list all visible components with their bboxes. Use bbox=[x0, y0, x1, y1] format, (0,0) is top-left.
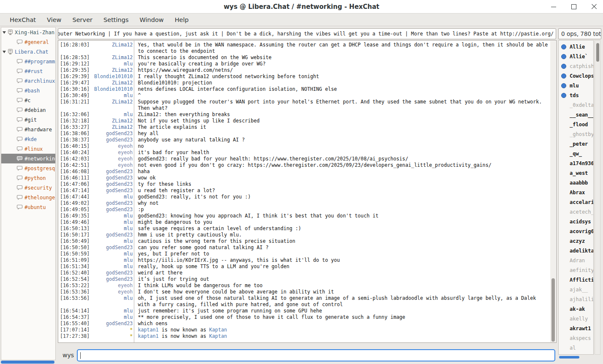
message-text: it’s just for trying out bbox=[138, 276, 549, 283]
nick: godSend23 bbox=[90, 321, 133, 327]
menu-server[interactable]: Server bbox=[67, 14, 98, 26]
message-text: godSend23: knowing how you approach AI, … bbox=[138, 213, 549, 219]
sidebar-item-ubuntu[interactable]: #ubuntu bbox=[1, 202, 55, 212]
sidebar-item-debian[interactable]: #debian bbox=[1, 105, 55, 115]
channel-tree: Xing-Hai-Zhan#generalLibera.Chat##progra… bbox=[1, 27, 56, 360]
sidebar-item-python[interactable]: #python bbox=[1, 173, 55, 183]
message-row: [16:52:54]godSend23it’s just for trying … bbox=[58, 276, 550, 283]
renamed-nick-old: kaptan1 bbox=[138, 333, 158, 339]
user-list-item[interactable]: a_west bbox=[559, 168, 593, 178]
user-list-item[interactable]: akelly bbox=[559, 314, 593, 323]
menu-hexchat[interactable]: HexChat bbox=[4, 14, 41, 26]
user-list-item[interactable]: akspecs bbox=[559, 333, 593, 343]
timestamp: [16:50:59] bbox=[58, 251, 90, 257]
expander-icon[interactable] bbox=[3, 51, 6, 53]
nick: godSend23 bbox=[90, 187, 133, 194]
sidebar-item-thelounge[interactable]: #thelounge bbox=[1, 193, 55, 202]
user-list-item[interactable]: akrawt1 bbox=[559, 323, 593, 333]
user-list-item[interactable]: _qw_ bbox=[559, 149, 593, 158]
sidebar-item-linux[interactable]: #linux bbox=[1, 144, 55, 154]
user-list-item[interactable]: __sean__ bbox=[559, 110, 593, 120]
timestamp: [16:50:50] bbox=[58, 244, 90, 251]
timestamp: [16:51:09] bbox=[58, 257, 90, 263]
nick: eyeoh bbox=[90, 149, 133, 156]
sidebar-item-security[interactable]: #security bbox=[1, 183, 55, 193]
server-icon bbox=[7, 29, 14, 35]
message-row: [16:29:47]ZLima12Blondie101010: projecti… bbox=[58, 80, 550, 86]
menu-window[interactable]: Window bbox=[134, 14, 169, 26]
sidebar-item-c[interactable]: #c bbox=[1, 95, 55, 105]
user-list-item[interactable]: acidsys bbox=[559, 217, 593, 226]
scroll-thumb[interactable] bbox=[551, 278, 555, 342]
message-row: [16:49:35]mlugodSend23: knowing how you … bbox=[58, 213, 550, 219]
user-list-item[interactable]: Allie` bbox=[559, 52, 593, 61]
menu-view[interactable]: View bbox=[41, 14, 67, 26]
user-list-item[interactable]: ajhalili2 bbox=[559, 294, 593, 304]
user-list-item[interactable]: Cowclops` bbox=[559, 71, 593, 81]
message-text: which oens bbox=[138, 321, 549, 327]
sidebar-item-rust[interactable]: ##rust bbox=[1, 66, 55, 76]
sidebar-item-postgresql[interactable]: #postgresql bbox=[1, 163, 55, 173]
user-list-item[interactable]: acovrig60 bbox=[559, 226, 593, 236]
userlist-horizontal-scrollbar[interactable] bbox=[558, 356, 594, 359]
scroll-thumb[interactable] bbox=[559, 356, 579, 359]
user-list-item[interactable]: tds bbox=[559, 90, 593, 100]
user-list-item[interactable]: _flood bbox=[559, 120, 593, 129]
sidebar-item-programming[interactable]: ##programming bbox=[1, 57, 55, 66]
user-list-item[interactable]: Adran bbox=[559, 255, 593, 265]
topic-text: outer Networking | If you have a questio… bbox=[58, 29, 554, 39]
sidebar-item-archlinux[interactable]: #archlinux bbox=[1, 76, 55, 86]
menu-help[interactable]: Help bbox=[169, 14, 194, 26]
nick: mlu bbox=[90, 263, 133, 270]
sidebar-item-git[interactable]: #git bbox=[1, 115, 55, 125]
channel-icon bbox=[16, 195, 23, 201]
sidebar-item-kde[interactable]: #kde bbox=[1, 134, 55, 144]
user-list-item[interactable]: _ghostbyt bbox=[559, 129, 593, 139]
message-input[interactable] bbox=[77, 349, 555, 361]
channel-icon bbox=[16, 175, 23, 181]
user-list-item[interactable]: Abrax bbox=[559, 187, 593, 197]
user-list-item[interactable]: _0xdelta bbox=[559, 100, 593, 110]
user-list-item[interactable]: aczyz bbox=[559, 236, 593, 246]
sidebar-item-hardware[interactable]: #hardware bbox=[1, 125, 55, 134]
userlist-vertical-scrollbar[interactable] bbox=[595, 40, 600, 355]
expander-icon[interactable] bbox=[3, 31, 6, 34]
user-list-item[interactable]: ajak__ bbox=[559, 285, 593, 294]
user-list-item[interactable]: _peter bbox=[559, 139, 593, 149]
scroll-thumb[interactable] bbox=[596, 43, 599, 62]
user-list-item[interactable]: mlu bbox=[559, 81, 593, 90]
user-list-item[interactable]: catphish bbox=[559, 61, 593, 71]
timestamp: [16:52:54] bbox=[58, 276, 90, 283]
message-text: I really thought ZLima12 understood netw… bbox=[138, 73, 549, 80]
timestamp: [16:30:16] bbox=[58, 86, 90, 92]
channel-icon bbox=[16, 117, 23, 123]
message-text: haha bbox=[138, 168, 549, 175]
chat-vertical-scrollbar[interactable] bbox=[550, 41, 556, 342]
close-button[interactable] bbox=[589, 1, 600, 12]
sidebar-server-libera.chat[interactable]: Libera.Chat bbox=[1, 47, 55, 57]
user-list-item[interactable]: accelario bbox=[559, 197, 593, 207]
sidebar-item-bash[interactable]: #bash bbox=[1, 86, 55, 95]
channel-label: #python bbox=[24, 175, 46, 181]
user-list-item[interactable]: al bbox=[559, 343, 593, 353]
sidebar-item-networking[interactable]: #networking bbox=[1, 154, 55, 163]
sidebar-server-xing-hai-zhan[interactable]: Xing-Hai-Zhan bbox=[1, 27, 55, 37]
user-list-item[interactable]: aaabbb bbox=[559, 178, 593, 187]
menu-settings[interactable]: Settings bbox=[98, 14, 134, 26]
scroll-thumb[interactable] bbox=[1, 361, 54, 364]
maximize-button[interactable] bbox=[568, 1, 579, 12]
topic-input[interactable]: outer Networking | If you have a questio… bbox=[58, 28, 556, 39]
user-list-item[interactable]: acetech_ bbox=[559, 207, 593, 217]
user-list-item[interactable]: Allie bbox=[559, 42, 593, 52]
user-dot-icon bbox=[561, 93, 566, 98]
sidebar-item-general[interactable]: #general bbox=[1, 37, 55, 47]
nick: ZLima12 bbox=[90, 99, 133, 105]
user-list-item[interactable]: Afflictio bbox=[559, 275, 593, 285]
user-list-item[interactable]: adeliktas bbox=[559, 246, 593, 255]
user-list-item[interactable]: ak-ak bbox=[559, 304, 593, 314]
message-text: kaptan1 is now known as Kaptan bbox=[138, 333, 549, 340]
tree-horizontal-scrollbar[interactable] bbox=[1, 361, 55, 364]
user-list-item[interactable]: a174n936 bbox=[559, 158, 593, 168]
user-list-item[interactable]: aefinity bbox=[559, 265, 593, 275]
minimize-button[interactable] bbox=[548, 1, 559, 12]
